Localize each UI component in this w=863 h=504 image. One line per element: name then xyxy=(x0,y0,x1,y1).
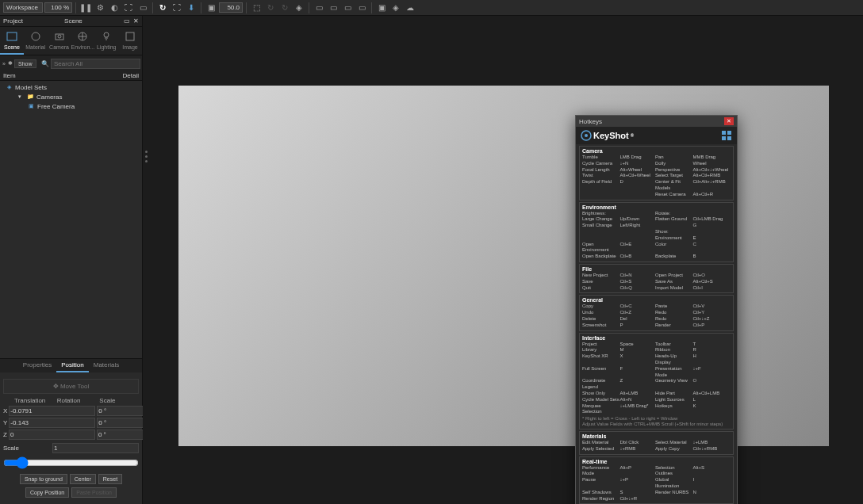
hotkey-row: TumbleLMB DragPanMMB Drag xyxy=(582,155,731,161)
hotkey-section: GeneralCopyCtl+CPasteCtl+VUndoCtl+ZRedoC… xyxy=(579,295,734,330)
settings-icon[interactable]: ⚙ xyxy=(94,2,106,14)
hotkey-row: UndoCtl+ZRedoCtl+Y xyxy=(582,310,731,316)
svg-rect-12 xyxy=(727,136,731,140)
region-icon[interactable]: ⬚ xyxy=(250,2,263,14)
expand-icon[interactable]: ⛶ xyxy=(171,2,183,14)
hotkey-row: Performance ModeAlt+PSelection OutlinesA… xyxy=(582,465,731,478)
hotkey-row: ScreenshotPRenderCtl+P xyxy=(582,323,731,329)
panel-dock-icon[interactable]: ▭ xyxy=(124,17,130,25)
hotkey-row: KeyShot XRXHeads-Up DisplayH xyxy=(582,353,731,366)
cube-icon[interactable]: ◈ xyxy=(293,2,305,14)
rotate-icon[interactable]: ↻ xyxy=(264,2,277,14)
download-icon[interactable]: ⬇ xyxy=(185,2,198,14)
scene-tree: ◈ Model Sets ▾ 📁 Cameras ▣ Free Camera xyxy=(0,81,142,358)
hotkey-row: ProjectSpaceToolbarT xyxy=(582,342,731,348)
snap-button[interactable]: Snap to ground xyxy=(20,474,67,484)
tree-free-camera[interactable]: ▣ Free Camera xyxy=(2,101,140,111)
hotkey-row: Focal LengthAlt+WheelPerspectiveAlt+Ctl+… xyxy=(582,167,731,174)
queue-icon[interactable]: ◈ xyxy=(389,2,402,14)
svg-point-1 xyxy=(32,32,40,40)
hotkey-row: Render RegionCtl+↓+R xyxy=(582,496,731,502)
hotkey-row: LibraryMRibbonR xyxy=(582,347,731,353)
sidebar-handle[interactable] xyxy=(145,151,148,162)
hotkey-section: InterfaceProjectSpaceToolbarTLibraryMRib… xyxy=(579,333,734,430)
close-icon[interactable]: ✕ xyxy=(724,117,734,125)
section-title: Environment xyxy=(582,204,731,210)
screen4-icon[interactable]: ▭ xyxy=(355,2,368,14)
collapse-icon[interactable]: » xyxy=(2,57,6,70)
hotkey-section: CameraTumbleLMB DragPanMMB DragCycle Cam… xyxy=(579,146,734,200)
section-title: Camera xyxy=(582,148,731,154)
hotkey-row: CopyCtl+CPasteCtl+V xyxy=(582,304,731,310)
hotkey-row: Large ChangeUp/Down Flatten GroundCtl+LM… xyxy=(582,216,731,223)
paste-position-button[interactable]: Paste Position xyxy=(71,487,117,498)
select-icon[interactable]: ▭ xyxy=(136,2,149,14)
center-button[interactable]: Center xyxy=(70,474,96,484)
circle-icon[interactable]: ◐ xyxy=(108,2,121,14)
workspace-dropdown[interactable]: Workspace xyxy=(3,2,43,13)
hotkey-row: Full ScreenFPresentation Mode↓+F xyxy=(582,366,731,379)
section-title: Materials xyxy=(582,433,731,439)
windows-icon xyxy=(721,130,732,141)
filter-icon[interactable]: ✱ xyxy=(8,57,13,70)
copy-position-button[interactable]: Copy Position xyxy=(25,487,69,498)
cube-icon: ◈ xyxy=(5,83,13,91)
hotkey-row: Self ShadowsSRender NURBSN xyxy=(582,490,731,496)
translate-y[interactable] xyxy=(9,418,95,428)
top-toolbar: Workspace 100 % ❚❚ ⚙ ◐ ⛶ ▭ ↻ ⛶ ⬇ ▣ 50.0 … xyxy=(0,0,863,16)
render-icon[interactable]: ▣ xyxy=(375,2,388,14)
pause-icon[interactable]: ❚❚ xyxy=(79,2,92,14)
render-value[interactable]: 50.0 xyxy=(219,2,243,13)
hotkeys-dialog: Hotkeys ✕ KeyShot® CameraTumbleLMB DragP… xyxy=(575,115,738,504)
hotkey-section: MaterialsEdit MaterialDbl ClickSelect Ma… xyxy=(579,431,734,455)
prop-tab-properties[interactable]: Properties xyxy=(18,359,56,372)
tab-lighting[interactable]: Lighting xyxy=(94,27,118,55)
svg-rect-0 xyxy=(7,32,17,40)
search-input[interactable] xyxy=(51,59,140,69)
hotkey-row: SaveCtl+SSave AsAlt+Ctl+S xyxy=(582,279,731,285)
tree-model-sets[interactable]: ◈ Model Sets xyxy=(2,82,140,92)
hotkey-row: Open EnvironmentCtl+E ColorC xyxy=(582,242,731,254)
tree-cameras[interactable]: ▾ 📁 Cameras xyxy=(2,92,140,101)
hotkey-row: TwistAlt+Ctl+WheelSelect TargetAlt+Ctl+R… xyxy=(582,173,731,179)
tab-material[interactable]: Material xyxy=(24,27,48,55)
screen3-icon[interactable]: ▭ xyxy=(341,2,354,14)
panel-close-icon[interactable]: ✕ xyxy=(133,17,139,25)
move-tool-button[interactable]: ✥ Move Tool xyxy=(3,379,139,394)
screen2-icon[interactable]: ▭ xyxy=(327,2,339,14)
prop-tab-materials[interactable]: Materials xyxy=(89,359,124,372)
translate-x[interactable] xyxy=(9,406,95,416)
tab-camera[interactable]: Camera xyxy=(48,27,71,55)
prop-tab-position[interactable]: Position xyxy=(56,359,88,372)
section-title: File xyxy=(582,266,731,272)
camera-icon[interactable]: ▣ xyxy=(205,2,217,14)
refresh-icon[interactable]: ↻ xyxy=(156,2,169,14)
svg-point-8 xyxy=(585,134,588,137)
zoom-field[interactable]: 100 % xyxy=(44,2,72,13)
chevron-down-icon: ▾ xyxy=(16,93,24,101)
reset-button[interactable]: Reset xyxy=(98,474,122,484)
tab-image[interactable]: Image xyxy=(118,27,142,55)
hotkey-row: Show OnlyAlt+LMBHide PartAlt+Ctl+LMB xyxy=(582,391,731,397)
svg-rect-9 xyxy=(722,131,726,135)
hotkey-row: Marquee Selection↓+LMB Drag*HotkeysK xyxy=(582,403,731,416)
reload-icon[interactable]: ↻ xyxy=(278,2,291,14)
list-header: Item Detail xyxy=(0,71,142,81)
tab-scene[interactable]: Scene xyxy=(0,27,24,55)
hotkey-section: EnvironmentBrightness:Rotate: Large Chan… xyxy=(579,202,734,262)
dialog-titlebar[interactable]: Hotkeys ✕ xyxy=(576,116,737,127)
hotkey-row: Edit MaterialDbl ClickSelect Material↓+L… xyxy=(582,440,731,446)
scale-uniform[interactable] xyxy=(52,443,139,453)
hotkey-row: Brightness:Rotate: xyxy=(582,211,731,217)
section-title: Interface xyxy=(582,335,731,341)
show-button[interactable]: Show xyxy=(14,59,36,68)
cloud-icon[interactable]: ☁ xyxy=(404,2,416,14)
tab-environment[interactable]: Environ... xyxy=(71,27,94,55)
scale-slider[interactable] xyxy=(3,456,139,469)
hotkey-note: Adjust Value Fields with CTRL+MMB Scroll… xyxy=(582,422,731,426)
translate-z[interactable] xyxy=(9,430,95,440)
screen1-icon[interactable]: ▭ xyxy=(313,2,325,14)
viewport[interactable]: Hotkeys ✕ KeyShot® CameraTumbleLMB DragP… xyxy=(143,16,863,504)
panel-header: Project Scene ▭ ✕ xyxy=(0,16,142,27)
crop-icon[interactable]: ⛶ xyxy=(122,2,135,14)
